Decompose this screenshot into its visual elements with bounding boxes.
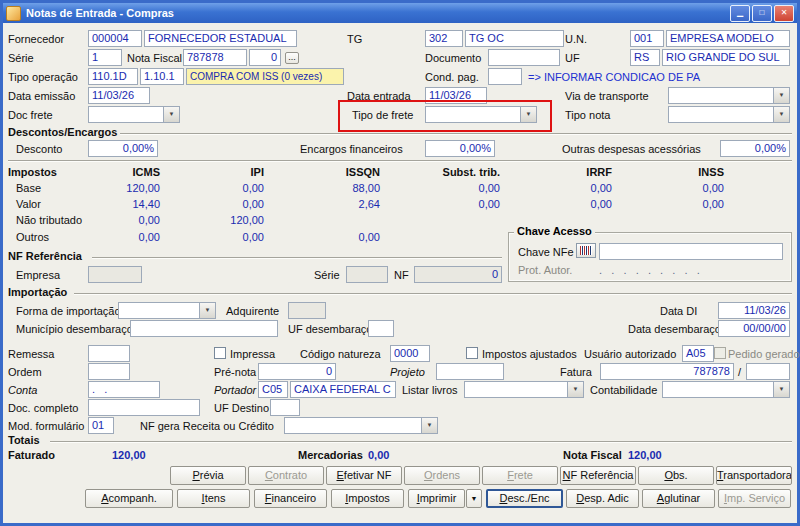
transportadora-button[interactable]: Transportadora <box>716 466 792 485</box>
acompanh-button[interactable]: Acompanh. <box>85 489 173 508</box>
impressa-label: Impressa <box>230 348 275 361</box>
via-transporte-select[interactable]: Rodoviária ▼ <box>668 87 790 104</box>
close-icon[interactable]: ✕ <box>774 5 794 22</box>
mercadorias-value: 0,00 <box>368 449 389 462</box>
documento-field[interactable] <box>488 49 560 66</box>
aglutinar-button[interactable]: Aglutinar <box>642 489 715 508</box>
nota-fiscal-total-label: Nota Fiscal <box>563 449 622 462</box>
minimize-icon[interactable]: ▁ <box>730 5 750 22</box>
fornecedor-code-field[interactable]: 000004 <box>88 30 142 47</box>
desc-enc-button[interactable]: Desc./Enc <box>486 489 563 508</box>
pre-nota-field[interactable]: 0 <box>258 363 336 380</box>
fatura-label: Fatura <box>560 366 592 379</box>
portador-label: Portador <box>214 384 256 397</box>
impostos-col-irrf: IRRF <box>522 166 612 178</box>
data-desembaraco-field[interactable]: 00/00/00 <box>718 320 790 337</box>
fornecedor-name-field[interactable]: FORNECEDOR ESTADUAL <box>144 30 297 47</box>
forma-importacao-select[interactable]: 1 Direta ▼ <box>118 302 216 319</box>
doc-frete-select[interactable]: Nota ▼ <box>88 106 180 123</box>
projeto-field[interactable] <box>436 363 504 380</box>
browse-ellipsis-button[interactable]: ... <box>285 52 299 64</box>
municipio-desembaraco-field[interactable] <box>130 320 278 337</box>
uf-destino-field[interactable] <box>270 399 300 416</box>
titlebar[interactable]: Notas de Entrada - Compras ▁ □ ✕ <box>3 3 797 23</box>
serie-field[interactable]: 1 <box>88 49 122 66</box>
impostos-cell: 0,00 <box>174 231 264 243</box>
doc-completo-label: Doc. completo <box>8 402 78 415</box>
data-emissao-field[interactable]: 11/03/26 <box>88 87 150 104</box>
desconto-field[interactable]: 0,00% <box>88 140 158 157</box>
fatura-separator: / <box>738 366 741 379</box>
impostos-col-subst: Subst. trib. <box>410 166 500 178</box>
uf-name-field[interactable]: RIO GRANDE DO SUL <box>662 49 790 66</box>
impostos-ajustados-checkbox[interactable] <box>466 347 478 359</box>
efetivar-nf-button[interactable]: Efetivar NF <box>326 466 402 485</box>
tg-code-field[interactable]: 302 <box>425 30 463 47</box>
ordem-field[interactable] <box>88 363 130 380</box>
forma-importacao-label: Forma de importação <box>16 305 121 318</box>
un-code-field[interactable]: 001 <box>630 30 664 47</box>
fatura-parcela-field[interactable] <box>746 363 790 380</box>
portador-name-field[interactable]: CAIXA FEDERAL C <box>290 381 396 398</box>
nota-fiscal-seq-field[interactable]: 0 <box>249 49 281 66</box>
un-name-field[interactable]: EMPRESA MODELO <box>666 30 790 47</box>
adquirente-field <box>288 302 326 319</box>
listar-livros-select[interactable]: 2 ICMS + IPI + ISS ▼ <box>464 381 584 398</box>
uf-desembaraco-field[interactable] <box>368 320 394 337</box>
imprimir-button[interactable]: Imprimir <box>408 489 465 508</box>
impressa-checkbox[interactable] <box>214 347 226 359</box>
app-icon <box>6 6 21 21</box>
nota-fiscal-total-value: 120,00 <box>628 449 662 462</box>
tg-name-field[interactable]: TG OC <box>465 30 564 47</box>
impostos-cell: 0,00 <box>522 198 612 210</box>
mod-formulario-field[interactable]: 01 <box>88 417 114 434</box>
tipo-operacao-desc-field[interactable]: COMPRA COM ISS (0 vezes) <box>186 68 344 85</box>
uf-label: UF <box>565 52 580 65</box>
codigo-natureza-label: Código natureza <box>300 348 381 361</box>
codigo-natureza-field[interactable]: 0000 <box>390 345 430 362</box>
tipo-operacao-cfop-field[interactable]: 1.10.1 <box>140 68 184 85</box>
listar-livros-label: Listar livros <box>402 384 458 397</box>
nf-gera-select[interactable]: Usar Regras Arquivos Legais ▼ <box>284 417 438 434</box>
conta-field[interactable]: . . <box>88 381 160 398</box>
section-divider <box>74 293 792 295</box>
data-entrada-field[interactable]: 11/03/26 <box>425 87 487 104</box>
tipo-operacao-code-field[interactable]: 110.1D <box>88 68 138 85</box>
data-di-field[interactable]: 11/03/26 <box>718 302 790 319</box>
impostos-cell: 0,00 <box>522 182 612 194</box>
ordens-button: Ordens <box>404 466 480 485</box>
usuario-autorizado-field[interactable]: A05 <box>682 345 714 362</box>
fatura-field[interactable]: 787878 <box>600 363 734 380</box>
portador-code-field[interactable]: C05 <box>258 381 288 398</box>
itens-button[interactable]: Itens <box>177 489 250 508</box>
obs-button[interactable]: Obs. <box>638 466 714 485</box>
tipo-nota-select[interactable]: Normal ▼ <box>668 106 790 123</box>
maximize-icon[interactable]: □ <box>752 5 772 22</box>
serie-label: Série <box>8 52 34 65</box>
contabilidade-select[interactable]: a Contabilizar ▼ <box>662 381 790 398</box>
tipo-frete-select[interactable]: 1 Emitente (CIF) ▼ <box>425 106 537 123</box>
encargos-field[interactable]: 0,00% <box>425 140 495 157</box>
impostos-cell: 0,00 <box>70 231 160 243</box>
nota-fiscal-field[interactable]: 787878 <box>183 49 247 66</box>
section-divider <box>8 160 792 162</box>
financeiro-button[interactable]: Financeiro <box>254 489 327 508</box>
barcode-icon[interactable] <box>576 243 596 258</box>
doc-completo-field[interactable] <box>88 399 200 416</box>
remessa-field[interactable] <box>88 345 130 362</box>
impostos-button[interactable]: Impostos <box>331 489 404 508</box>
nota-fiscal-label: Nota Fiscal <box>127 52 182 65</box>
chevron-down-icon: ▼ <box>567 382 583 397</box>
desp-adic-button[interactable]: Desp. Adic <box>566 489 639 508</box>
window-title: Notas de Entrada - Compras <box>26 7 728 19</box>
adquirente-label: Adquirente <box>226 305 279 318</box>
impostos-cell: 2,64 <box>290 198 380 210</box>
nf-referencia-button[interactable]: NF Referência <box>560 466 636 485</box>
imprimir-dropdown-button[interactable]: ▼ <box>466 489 482 508</box>
uf-code-field[interactable]: RS <box>630 49 660 66</box>
chave-nfe-field[interactable] <box>599 243 783 260</box>
chevron-down-icon: ▼ <box>520 107 536 122</box>
previa-button[interactable]: Prévia <box>170 466 246 485</box>
outras-despesas-field[interactable]: 0,00% <box>720 140 790 157</box>
cond-pag-field[interactable] <box>488 68 522 85</box>
